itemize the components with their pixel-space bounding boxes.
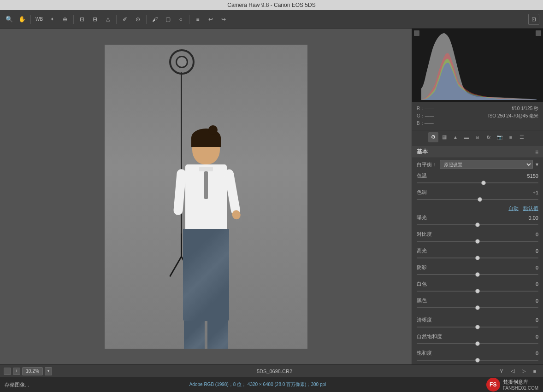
hand-tool[interactable]: ✋ [17,14,28,25]
camera-settings: f/10 1/125 秒 ISO 250 24-70@45 毫米 [488,105,538,127]
color-temp-value: 5150 [525,173,538,179]
iso-lens: ISO 250 24-70@45 毫米 [488,112,538,120]
base-leg-2 [169,256,182,277]
default-button[interactable]: 點认值 [523,205,538,212]
blacks-slider[interactable] [417,304,538,311]
zoom-minus-btn[interactable]: − [4,368,11,375]
fullscreen-btn[interactable]: ⊡ [528,14,539,25]
white-balance-row: 白平衡： 原照设置 ▾ [412,158,543,171]
grad-filter-tool[interactable]: ▢ [162,14,173,25]
tab-presets[interactable]: ≡ [506,132,516,142]
color-sample-tool[interactable]: ✦ [47,14,58,25]
toolbar: 🔍 ✋ WB ✦ ⊕ ⊡ ⊟ △ ✐ ⊙ 🖌 ▢ ○ ≡ ↩ ↪ ⊡ [0,10,543,29]
highlights-thumb[interactable] [475,256,480,260]
shadows-row: 阴影 0 [412,263,543,279]
target-tool[interactable]: ⊕ [59,14,71,25]
spot-removal-tool[interactable]: ✐ [119,14,130,25]
tab-detail[interactable]: ⊟ [472,132,483,142]
color-temp-label: 色温 [417,172,427,179]
rotate-cw-tool[interactable]: ↪ [218,14,229,25]
clarity-thumb[interactable] [475,325,480,329]
contrast-slider[interactable] [417,238,538,245]
tab-hsl[interactable]: ▲ [450,132,460,142]
highlights-slider[interactable] [417,255,538,261]
next-icon[interactable]: ▷ [519,367,528,376]
prefs-tool[interactable]: ≡ [192,14,203,25]
contrast-row: 对比度 0 [412,229,543,246]
save-image-btn[interactable]: 存储图像... [5,381,29,388]
color-tint-thumb[interactable] [478,197,482,202]
footer-info-text[interactable]: Adobe RGB (1998)；8 位； 4320 × 6480 (28.0 … [29,381,486,388]
clarity-slider[interactable] [417,324,538,330]
color-temp-thumb[interactable] [481,181,486,185]
exposure-value: 0.00 [525,215,538,221]
filmstrip-icon[interactable]: ≡ [530,367,539,376]
exposure-thumb[interactable] [475,222,480,227]
rotate-ccw-tool[interactable]: ↩ [205,14,216,25]
tab-camera-cal[interactable]: 📷 [495,132,505,142]
transform-tool[interactable]: △ [102,14,113,25]
blacks-value: 0 [525,298,538,304]
exposure-slider[interactable] [417,222,538,228]
color-temp-slider[interactable] [417,180,538,186]
saturation-row: 饱和度 0 [412,348,543,364]
tab-tone-curve[interactable]: ▦ [439,132,449,142]
bottom-bar: − + ▾ 5DS_0698.CR2 Y ◁ ▷ ≡ [0,364,543,377]
adj-brush-tool[interactable]: 🖌 [149,14,160,25]
tool-separator-3 [116,15,117,24]
redeye-tool[interactable]: ⊙ [132,14,143,25]
white-balance-tool[interactable]: WB [34,14,45,25]
saturation-thumb[interactable] [475,358,480,363]
hand-right [231,209,241,220]
straighten-tool[interactable]: ⊟ [89,14,100,25]
tab-basic[interactable]: ⚙ [428,132,438,142]
saturation-label-row: 饱和度 0 [417,350,538,357]
camera-info: R：—— G：—— B：—— f/10 1/125 秒 ISO 250 24-7… [412,102,543,130]
zoom-input[interactable] [22,367,43,375]
histogram-left-btn[interactable] [414,30,419,36]
rgb-labels: R：—— G：—— B：—— [417,105,434,127]
color-tint-track [417,199,538,200]
brand-text-area: 梵摄创意库 FANSHE01.COM [503,379,538,391]
vibrance-slider[interactable] [417,340,538,347]
flag-icon[interactable]: Y [497,367,506,376]
color-tint-label-row: 色调 +1 [417,189,538,196]
auto-button[interactable]: 自动 [508,205,519,212]
zoom-tool[interactable]: 🔍 [4,14,15,25]
blacks-track [417,307,538,308]
shadows-slider[interactable] [417,271,538,278]
zoom-chevron[interactable]: ▾ [45,367,52,375]
radial-filter-tool[interactable]: ○ [175,14,186,25]
tab-split-tone[interactable]: ▬ [461,132,472,142]
tab-effects[interactable]: fx [484,132,494,142]
histogram-right-btn[interactable] [536,30,541,36]
blacks-label-row: 黑色 0 [417,297,538,304]
adjustments-panel: 基本 ≡ 白平衡： 原照设置 ▾ 色温 5150 [412,144,543,364]
info-row-rgb: R：—— G：—— B：—— f/10 1/125 秒 ISO 250 24-7… [417,105,538,127]
zoom-plus-btn[interactable]: + [13,368,20,375]
shadows-label-row: 阴影 0 [417,264,538,271]
crop-tool[interactable]: ⊡ [77,14,88,25]
saturation-slider[interactable] [417,357,538,363]
whites-thumb[interactable] [475,289,480,293]
whites-slider[interactable] [417,288,538,294]
blacks-row: 黑色 0 [412,296,543,312]
prev-icon[interactable]: ◁ [508,367,517,376]
collar [199,167,213,171]
vibrance-thumb[interactable] [475,341,480,346]
contrast-thumb[interactable] [475,239,480,244]
wb-select[interactable]: 原照设置 [440,160,533,169]
panel-tabs: ⚙ ▦ ▲ ▬ ⊟ fx 📷 ≡ ☰ [412,130,543,144]
basic-section-header: 基本 ≡ [412,146,543,158]
brand-url: FANSHE01.COM [503,386,538,391]
shadows-thumb[interactable] [475,272,480,277]
blacks-thumb[interactable] [475,305,480,310]
color-tint-slider[interactable] [417,196,538,203]
blacks-label: 黑色 [417,297,427,304]
section-menu-icon[interactable]: ≡ [535,149,538,155]
mic-stand [181,72,182,257]
highlights-row: 高光 0 [412,246,543,263]
brand-name: 梵摄创意库 [503,379,538,386]
tab-snapshots[interactable]: ☰ [517,132,527,142]
exposure-row: 曝光 0.00 [412,213,543,229]
